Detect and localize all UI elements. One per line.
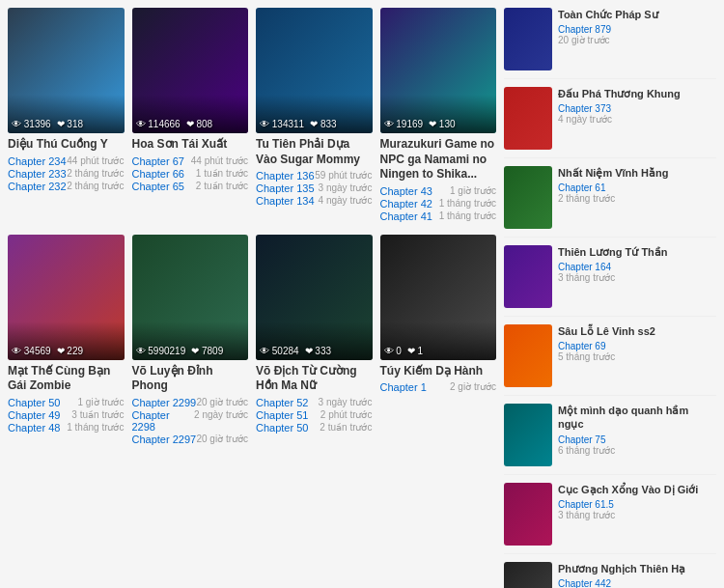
manga-card-tuy-kiem-da-hanh: 👁 0❤ 1Túy Kiếm Dạ HànhChapter 12 giờ trư… — [380, 235, 497, 446]
chapter-link[interactable]: Chapter 42 — [380, 198, 432, 210]
sidebar-thumb[interactable] — [504, 562, 552, 588]
sidebar-item: Phương Nghịch Thiên HạChapter 44211 thán… — [504, 562, 716, 588]
manga-thumb[interactable]: 👁 0❤ 1 — [380, 235, 497, 360]
manga-title[interactable]: Mạt Thế Cùng Bạn Gái Zombie — [8, 364, 125, 394]
manga-thumb[interactable]: 👁 114666❤ 808 — [132, 8, 249, 133]
chapter-link[interactable]: Chapter 66 — [132, 168, 184, 180]
sidebar-chapter[interactable]: Chapter 442 — [558, 578, 716, 588]
chapter-time: 4 ngày trước — [319, 195, 373, 207]
sidebar-chapter[interactable]: Chapter 61 — [558, 182, 716, 193]
sidebar-manga-title[interactable]: Toàn Chức Pháp Sư — [558, 8, 716, 21]
sidebar-time: 3 tháng trước — [558, 510, 716, 520]
manga-title[interactable]: Murazukuri Game no NPC ga Namami no Ning… — [380, 137, 497, 182]
chapter-link[interactable]: Chapter 50 — [256, 422, 308, 434]
chapter-link[interactable]: Chapter 234 — [8, 155, 67, 167]
chapter-item: Chapter 22982 ngày trước — [132, 409, 249, 433]
like-stat: ❤ 318 — [57, 119, 83, 129]
sidebar-manga-title[interactable]: Thiên Lương Tứ Thần — [558, 245, 716, 259]
sidebar-chapter[interactable]: Chapter 164 — [558, 262, 716, 272]
chapter-link[interactable]: Chapter 2297 — [132, 434, 197, 445]
sidebar-manga-title[interactable]: Phương Nghịch Thiên Hạ — [558, 562, 716, 575]
chapter-time: 2 ngày trước — [194, 409, 248, 433]
like-stat: ❤ 7809 — [191, 346, 223, 356]
chapter-link[interactable]: Chapter 43 — [380, 185, 432, 197]
manga-title[interactable]: Võ Địch Từ Cường Hồn Ma Nữ — [256, 364, 373, 394]
chapter-item: Chapter 1344 ngày trước — [256, 195, 373, 207]
manga-title[interactable]: Hoa Sơn Tái Xuất — [132, 137, 249, 153]
sidebar-chapter[interactable]: Chapter 373 — [558, 103, 716, 114]
chapter-time: 2 tháng trước — [67, 181, 124, 192]
chapter-item: Chapter 12 giờ trước — [380, 381, 497, 393]
sidebar-thumb[interactable] — [504, 324, 552, 387]
sidebar-time: 3 tháng trước — [558, 272, 716, 283]
sidebar-manga-title[interactable]: Sâu Lỗ Lê Vinh ss2 — [558, 324, 716, 338]
chapter-link[interactable]: Chapter 1 — [380, 381, 427, 393]
chapter-time: 2 giờ trước — [450, 381, 496, 393]
chapter-link[interactable]: Chapter 49 — [8, 409, 60, 421]
like-stat: ❤ 130 — [429, 119, 455, 129]
chapter-link[interactable]: Chapter 52 — [256, 397, 308, 408]
sidebar-manga-title[interactable]: Đấu Phá Thương Khung — [558, 87, 716, 100]
sidebar-info: Đấu Phá Thương KhungChapter 3734 ngày tr… — [558, 87, 716, 150]
chapter-time: 3 tuần trước — [71, 409, 124, 421]
manga-title[interactable]: Tu Tiên Phải Dựa Vào Sugar Mommy — [256, 137, 373, 167]
manga-card-mat-the-cung-ban-gai-zombie: 👁 34569❤ 229Mạt Thế Cùng Bạn Gái ZombieC… — [8, 235, 125, 446]
manga-thumb[interactable]: 👁 34569❤ 229 — [8, 235, 125, 360]
sidebar-manga-title[interactable]: Nhất Niệm Vĩnh Hằng — [558, 166, 716, 180]
sidebar-thumb[interactable] — [504, 483, 552, 546]
sidebar-chapter[interactable]: Chapter 75 — [558, 434, 716, 445]
sidebar-item: Đấu Phá Thương KhungChapter 3734 ngày tr… — [504, 87, 716, 158]
chapter-item: Chapter 23444 phút trước — [8, 155, 125, 167]
chapter-link[interactable]: Chapter 233 — [8, 168, 67, 180]
chapter-time: 44 phút trước — [67, 155, 124, 167]
chapter-link[interactable]: Chapter 50 — [8, 397, 60, 408]
sidebar-time: 5 tháng trước — [558, 351, 716, 362]
sidebar-thumb[interactable] — [504, 87, 552, 150]
chapter-link[interactable]: Chapter 67 — [132, 155, 184, 167]
manga-thumb[interactable]: 👁 5990219❤ 7809 — [132, 235, 249, 360]
chapter-link[interactable]: Chapter 135 — [256, 182, 315, 194]
sidebar-manga-title[interactable]: Cục Gạch Xổng Vào Dị Giới — [558, 483, 716, 496]
chapter-time: 2 phút trước — [320, 409, 373, 421]
chapter-link[interactable]: Chapter 232 — [8, 181, 67, 192]
sidebar-manga-title[interactable]: Một mình dạo quanh hầm ngục — [558, 404, 716, 432]
sidebar-chapter[interactable]: Chapter 61.5 — [558, 499, 716, 510]
chapter-item: Chapter 431 giờ trước — [380, 185, 497, 197]
chapter-link[interactable]: Chapter 134 — [256, 195, 315, 207]
sidebar-thumb[interactable] — [504, 166, 552, 229]
view-stat: 👁 114666 — [136, 119, 181, 129]
chapter-link[interactable]: Chapter 48 — [8, 422, 60, 434]
sidebar-info: Nhất Niệm Vĩnh HằngChapter 612 tháng trư… — [558, 166, 716, 229]
manga-title[interactable]: Túy Kiếm Dạ Hành — [380, 364, 497, 379]
manga-title[interactable]: Diệu Thú Cuồng Y — [8, 137, 125, 153]
chapter-item: Chapter 229920 giờ trước — [132, 397, 249, 408]
manga-thumb[interactable]: 👁 31396❤ 318 — [8, 8, 125, 133]
chapter-link[interactable]: Chapter 2298 — [132, 409, 195, 433]
chapter-item: Chapter 512 phút trước — [256, 409, 373, 421]
sidebar-thumb[interactable] — [504, 8, 552, 70]
sidebar-thumb[interactable] — [504, 245, 552, 308]
sidebar-info: Cục Gạch Xổng Vào Dị GiớiChapter 61.53 t… — [558, 483, 716, 546]
chapter-time: 1 tháng trước — [439, 210, 496, 222]
chapter-item: Chapter 411 tháng trước — [380, 210, 497, 222]
chapter-time: 59 phút trước — [315, 170, 372, 182]
chapter-time: 1 giờ trước — [450, 185, 496, 197]
manga-title[interactable]: Võ Luyện Đỉnh Phong — [132, 364, 249, 394]
sidebar-chapter[interactable]: Chapter 69 — [558, 341, 716, 351]
chapter-time: 2 tháng trước — [67, 168, 124, 180]
chapter-link[interactable]: Chapter 51 — [256, 409, 308, 421]
chapter-time: 1 tháng trước — [439, 198, 496, 210]
chapter-link[interactable]: Chapter 136 — [256, 170, 315, 182]
chapter-link[interactable]: Chapter 65 — [132, 181, 184, 192]
main-content: 👁 31396❤ 318Diệu Thú Cuồng YChapter 2344… — [0, 0, 724, 588]
sidebar-thumb[interactable] — [504, 404, 552, 466]
sidebar-chapter[interactable]: Chapter 879 — [558, 24, 716, 35]
manga-thumb[interactable]: 👁 19169❤ 130 — [380, 8, 497, 133]
chapter-time: 20 giờ trước — [196, 434, 248, 445]
manga-thumb[interactable]: 👁 50284❤ 333 — [256, 235, 373, 360]
sidebar-info: Toàn Chức Pháp SưChapter 87920 giờ trước — [558, 8, 716, 70]
chapter-link[interactable]: Chapter 2299 — [132, 397, 197, 408]
sidebar-info: Phương Nghịch Thiên HạChapter 44211 thán… — [558, 562, 716, 588]
manga-thumb[interactable]: 👁 134311❤ 833 — [256, 8, 373, 133]
chapter-link[interactable]: Chapter 41 — [380, 210, 432, 222]
